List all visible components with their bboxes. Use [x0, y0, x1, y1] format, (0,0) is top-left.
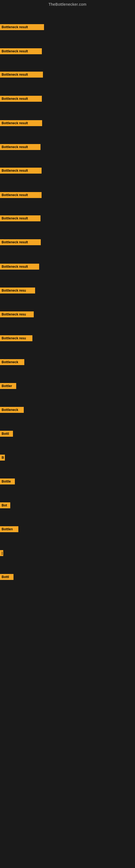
- bottleneck-result-bar: Bottleneck: [0, 407, 24, 413]
- bottleneck-result-bar: Bottleneck resu: [0, 311, 34, 317]
- bottleneck-result-bar: Bottleneck result: [0, 215, 41, 221]
- site-title: TheBottlenecker.com: [0, 0, 135, 9]
- bottleneck-result-bar: Bottleneck result: [0, 264, 39, 270]
- bottleneck-result-bar: Bottleneck result: [0, 24, 44, 30]
- bottleneck-result-bar: Bottleneck result: [0, 167, 42, 174]
- bottleneck-result-bar: Bottleneck: [0, 359, 24, 365]
- bottleneck-result-bar: B: [0, 455, 5, 461]
- bottleneck-result-bar: Bottleneck resu: [0, 335, 32, 341]
- bottleneck-result-bar: Bottlen: [0, 526, 18, 532]
- bottleneck-result-bar: Bottleneck resu: [0, 287, 35, 293]
- bottleneck-result-bar: Bottle: [0, 478, 15, 485]
- bottleneck-result-bar: Bottl: [0, 574, 13, 580]
- bottleneck-result-bar: Bot: [0, 502, 10, 508]
- bottleneck-result-bar: Bottleneck result: [0, 144, 41, 150]
- bottleneck-result-bar: Bottleneck result: [0, 96, 42, 102]
- bottleneck-result-bar: Bottleneck result: [0, 192, 42, 198]
- bottleneck-result-bar: Bottl: [0, 431, 13, 437]
- bottleneck-result-bar: |: [0, 550, 3, 556]
- bottleneck-result-bar: Bottleneck result: [0, 239, 41, 245]
- bottleneck-result-bar: Bottler: [0, 383, 16, 389]
- bottleneck-result-bar: Bottleneck result: [0, 48, 42, 54]
- bottleneck-result-bar: Bottleneck result: [0, 120, 42, 126]
- bottleneck-result-bar: Bottleneck result: [0, 72, 43, 78]
